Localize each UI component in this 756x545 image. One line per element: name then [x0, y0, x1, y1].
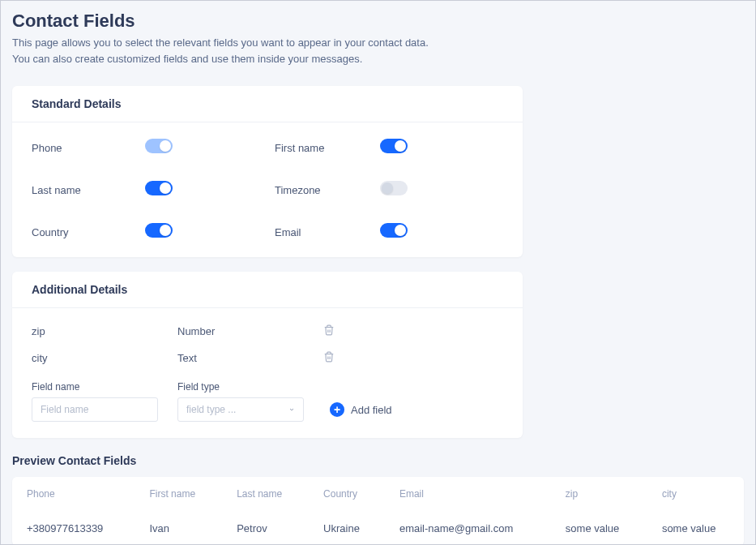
delete-city-button[interactable]: [323, 351, 348, 365]
td-email: email-name@gmail.com: [385, 511, 551, 545]
last-name-label: Last name: [32, 184, 145, 196]
standard-details-header: Standard Details: [12, 86, 523, 122]
page-title: Contact Fields: [12, 11, 744, 32]
th-last-name: Last name: [222, 477, 309, 511]
chevron-down-icon: [288, 406, 295, 413]
td-city: some value: [647, 511, 744, 545]
timezone-toggle[interactable]: [380, 181, 408, 195]
td-first-name: Ivan: [135, 511, 222, 545]
add-field-button[interactable]: + Add field: [330, 397, 392, 422]
country-toggle[interactable]: [145, 223, 173, 238]
plus-icon: +: [330, 402, 344, 417]
phone-toggle[interactable]: [145, 139, 173, 153]
standard-details-card: Standard Details Phone First name Last n…: [12, 86, 523, 257]
th-zip: zip: [551, 477, 647, 511]
delete-zip-button[interactable]: [323, 324, 348, 338]
field-type-label: Field type: [177, 381, 304, 393]
trash-icon: [323, 351, 335, 363]
td-last-name: Petrov: [222, 511, 309, 545]
field-name-label: Field name: [32, 381, 158, 393]
td-country: Ukraine: [309, 511, 385, 545]
email-toggle[interactable]: [380, 223, 408, 238]
additional-row-zip: zip Number: [32, 324, 503, 338]
trash-icon: [323, 324, 335, 336]
additional-field-type: Number: [177, 325, 323, 337]
additional-field-type: Text: [177, 352, 323, 364]
additional-field-name: zip: [32, 325, 177, 337]
table-header-row: Phone First name Last name Country Email…: [12, 477, 744, 511]
page-desc-line2: You can also create customized fields an…: [12, 51, 744, 67]
table-row: +380977613339 Ivan Petrov Ukraine email-…: [12, 511, 744, 545]
page-desc-line1: This page allows you to select the relev…: [12, 35, 744, 51]
first-name-toggle[interactable]: [380, 139, 408, 153]
th-first-name: First name: [135, 477, 222, 511]
page-description: This page allows you to select the relev…: [12, 35, 744, 67]
th-city: city: [647, 477, 744, 511]
additional-field-name: city: [32, 352, 177, 364]
additional-details-card: Additional Details zip Number city Text …: [12, 272, 523, 438]
preview-table: Phone First name Last name Country Email…: [12, 477, 744, 545]
additional-row-city: city Text: [32, 351, 503, 365]
field-type-select[interactable]: field type ...: [177, 397, 304, 422]
td-phone: +380977613339: [12, 511, 135, 545]
th-country: Country: [309, 477, 385, 511]
field-name-input[interactable]: [32, 397, 158, 422]
preview-title: Preview Contact Fields: [12, 454, 744, 467]
th-phone: Phone: [12, 477, 135, 511]
first-name-label: First name: [275, 142, 380, 154]
country-label: Country: [32, 226, 145, 238]
add-field-label: Add field: [351, 404, 392, 416]
preview-section: Preview Contact Fields Phone First name …: [12, 454, 744, 545]
phone-label: Phone: [32, 142, 145, 154]
th-email: Email: [385, 477, 551, 511]
last-name-toggle[interactable]: [145, 181, 173, 195]
field-type-placeholder: field type ...: [186, 404, 236, 415]
timezone-label: Timezone: [275, 184, 380, 196]
td-zip: some value: [551, 511, 647, 545]
additional-details-header: Additional Details: [12, 272, 523, 308]
email-label: Email: [275, 226, 380, 238]
